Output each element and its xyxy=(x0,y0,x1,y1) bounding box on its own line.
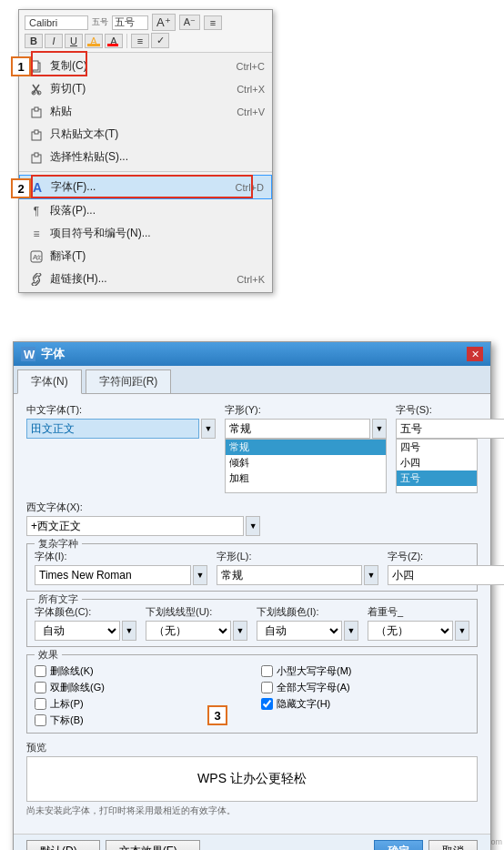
emphasis-group: 着重号_ （无） ▼ xyxy=(368,605,469,641)
font-grow-btn[interactable]: A⁺ xyxy=(152,14,176,31)
font-dialog: W 字体 ✕ 字体(N) 字符间距(R) 中文字体(T): ▼ 字形(Y): xyxy=(13,341,491,850)
font-shortcut: Ctrl+D xyxy=(236,182,264,193)
menu-item-bullets[interactable]: ≡ 项目符号和编号(N)... xyxy=(19,222,272,245)
complex-font-dropdown[interactable]: ▼ xyxy=(193,565,207,585)
complex-font-section: 复杂字种 字体(I): ▼ 字形(L): ▼ xyxy=(26,543,478,592)
all-caps-checkbox[interactable] xyxy=(261,682,273,693)
font-size-input[interactable] xyxy=(396,419,504,439)
font-label: 字体(F)... xyxy=(51,179,217,195)
text-effects-button[interactable]: 文本效果(E)... xyxy=(106,840,200,850)
size-option-4[interactable]: 四号 xyxy=(397,440,477,455)
subscript-checkbox[interactable] xyxy=(35,714,46,726)
underline-type-input-row: （无） ▼ xyxy=(146,621,247,641)
font-style-listbox[interactable]: 常规 倾斜 加粗 xyxy=(225,439,387,493)
style-option-regular[interactable]: 常规 xyxy=(226,440,386,455)
ok-button[interactable]: 确定 xyxy=(374,840,423,850)
tab-font[interactable]: 字体(N) xyxy=(17,369,82,394)
font-color-dropdown[interactable]: ▼ xyxy=(122,621,136,641)
size-option-5[interactable]: 五号 xyxy=(397,471,477,486)
mini-toolbar-font-size-label: 五号 xyxy=(92,16,108,28)
underline-btn[interactable]: U xyxy=(65,34,83,48)
complex-size-group: 字号(Z): ▼ xyxy=(388,550,469,585)
dialog-close-button[interactable]: ✕ xyxy=(467,347,483,361)
size-option-xs4[interactable]: 小四 xyxy=(397,455,477,471)
font-color-btn[interactable]: A xyxy=(105,34,123,48)
menu-item-paste-text[interactable]: 只粘贴文本(T) xyxy=(19,123,272,146)
font-style-dropdown[interactable]: ▼ xyxy=(372,419,387,439)
menu-item-translate[interactable]: A文 翻译(T) xyxy=(19,245,272,268)
dialog-body: 中文字体(T): ▼ 字形(Y): ▼ 常规 倾斜 加粗 xyxy=(14,394,490,834)
format-btn[interactable]: ≡ xyxy=(204,15,222,30)
menu-item-copy[interactable]: 复制(C) Ctrl+C xyxy=(19,55,272,77)
chinese-font-input-row: ▼ xyxy=(26,419,216,439)
effects-section: 效果 删除线(K) 小型大写字母(M) 双删除线(G) 全部大写字母(A) xyxy=(26,654,478,734)
menu-item-hyperlink[interactable]: 超链接(H)... Ctrl+K xyxy=(19,268,272,290)
chinese-font-label: 中文字体(T): xyxy=(26,403,216,417)
underline-color-input-row: 自动 ▼ xyxy=(257,621,358,641)
complex-font-input[interactable] xyxy=(35,565,191,585)
menu-item-paste[interactable]: 粘贴 Ctrl+V xyxy=(19,100,272,123)
font-style-input-row: ▼ xyxy=(225,419,387,439)
mini-toolbar-font-name[interactable] xyxy=(25,15,88,30)
underline-type-group: 下划线线型(U): （无） ▼ xyxy=(146,605,247,641)
check-btn[interactable]: ✓ xyxy=(151,33,169,48)
western-font-group: 西文字体(X): ▼ xyxy=(26,501,260,536)
effect-all-caps: 全部大写字母(A) xyxy=(261,681,469,694)
menu-item-font[interactable]: A 字体(F)... Ctrl+D xyxy=(19,175,272,199)
western-font-dropdown[interactable]: ▼ xyxy=(246,516,260,536)
preview-box: WPS 让办公更轻松 xyxy=(26,756,478,802)
superscript-checkbox[interactable] xyxy=(35,698,46,710)
western-font-input[interactable] xyxy=(26,516,244,536)
style-option-bold[interactable]: 加粗 xyxy=(226,471,386,486)
svg-rect-11 xyxy=(35,153,38,157)
menu-item-paste-special[interactable]: 选择性粘贴(S)... xyxy=(19,146,272,168)
chinese-font-input[interactable] xyxy=(26,419,199,439)
underline-type-dropdown[interactable]: ▼ xyxy=(233,621,247,641)
complex-font-section-title: 复杂字种 xyxy=(35,537,82,551)
emphasis-select[interactable]: （无） xyxy=(368,621,453,641)
dialog-titlebar: W 字体 ✕ xyxy=(14,342,490,366)
style-option-italic[interactable]: 倾斜 xyxy=(226,455,386,471)
cancel-button[interactable]: 取消 xyxy=(428,840,478,850)
bold-btn[interactable]: B xyxy=(25,34,43,48)
font-shrink-btn[interactable]: A⁻ xyxy=(179,15,200,30)
align-btn[interactable]: ≡ xyxy=(131,34,149,48)
font-main-row: 中文字体(T): ▼ 字形(Y): ▼ 常规 倾斜 加粗 xyxy=(26,403,478,493)
double-strike-checkbox[interactable] xyxy=(35,682,46,693)
tab-spacing[interactable]: 字符间距(R) xyxy=(86,369,172,393)
menu-item-cut[interactable]: 剪切(T) Ctrl+X xyxy=(19,77,272,100)
font-color-select[interactable]: 自动 xyxy=(35,621,120,641)
font-style-input[interactable] xyxy=(225,419,370,439)
complex-size-input[interactable] xyxy=(388,565,504,585)
complex-style-input[interactable] xyxy=(217,565,362,585)
strikethrough-checkbox[interactable] xyxy=(35,665,46,677)
underline-color-label: 下划线颜色(I): xyxy=(257,605,358,619)
underline-color-dropdown[interactable]: ▼ xyxy=(344,621,358,641)
underline-type-select[interactable]: （无） xyxy=(146,621,231,641)
dialog-title: W 字体 xyxy=(21,346,65,362)
small-caps-checkbox[interactable] xyxy=(261,665,273,677)
font-size-listbox[interactable]: 四号 小四 五号 xyxy=(396,439,478,493)
underline-color-select[interactable]: 自动 xyxy=(257,621,342,641)
dialog-tabs: 字体(N) 字符间距(R) xyxy=(14,366,490,394)
hidden-checkbox[interactable] xyxy=(261,698,273,710)
highlight-btn[interactable]: A xyxy=(85,34,103,48)
default-button[interactable]: 默认(D)... xyxy=(26,840,100,850)
emphasis-input-row: （无） ▼ xyxy=(368,621,469,641)
complex-style-input-row: ▼ xyxy=(217,565,378,585)
chinese-font-dropdown[interactable]: ▼ xyxy=(201,419,216,439)
emphasis-dropdown[interactable]: ▼ xyxy=(455,621,469,641)
underline-color-group: 下划线颜色(I): 自动 ▼ xyxy=(257,605,358,641)
emphasis-label: 着重号_ xyxy=(368,605,469,619)
font-size-label: 字号(S): xyxy=(396,403,478,417)
copy-label: 复制(C) xyxy=(50,58,218,74)
mini-toolbar-font-size[interactable] xyxy=(112,15,148,30)
svg-text:W: W xyxy=(24,348,35,361)
menu-item-paragraph[interactable]: ¶ 段落(P)... xyxy=(19,199,272,222)
hidden-label: 隐藏文字(H) xyxy=(277,697,330,711)
complex-style-dropdown[interactable]: ▼ xyxy=(364,565,378,585)
italic-btn[interactable]: I xyxy=(45,34,63,48)
svg-rect-7 xyxy=(35,107,38,111)
paragraph-icon: ¶ xyxy=(26,204,46,218)
font-style-label: 字形(Y): xyxy=(225,403,387,417)
